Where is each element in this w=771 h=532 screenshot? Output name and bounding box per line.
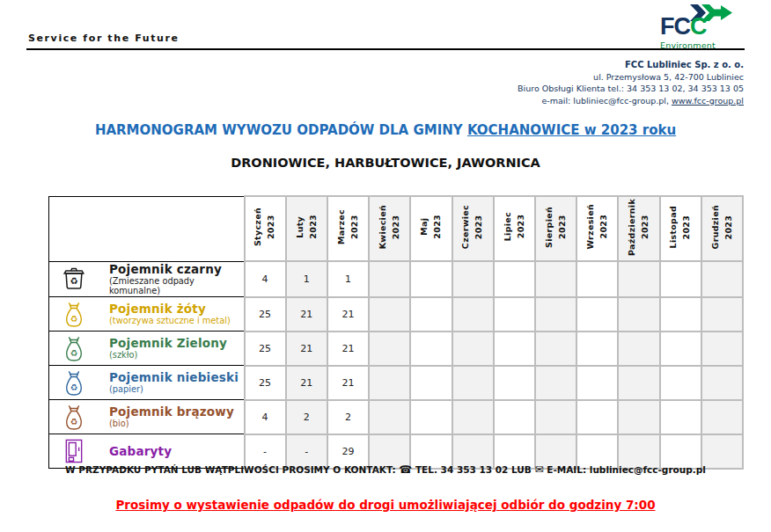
table-corner-cell xyxy=(49,196,245,261)
month-header-4: Maj2023 xyxy=(410,196,452,261)
cell-niebieski-0: 25 xyxy=(245,366,286,400)
month-label: Lipiec xyxy=(502,212,515,241)
row-desc: (bio) xyxy=(109,419,234,429)
row-desc: (tworzywa sztuczne i metal) xyxy=(109,316,231,326)
row-label-brazowy: ♻Pojemnik brązowy(bio) xyxy=(49,400,245,434)
cell-zielony-10 xyxy=(660,332,701,366)
cell-czarny-0: 4 xyxy=(245,261,286,297)
waste-bag-icon: ♻ xyxy=(56,301,92,328)
svg-text:♻: ♻ xyxy=(70,383,78,392)
cell-brazowy-7 xyxy=(535,400,576,434)
schedule-table-wrap: Styczeń2023Luty2023Marzec2023Kwiecień202… xyxy=(48,195,744,470)
row-name: Pojemnik Zielony xyxy=(109,336,227,350)
month-header-5: Czerwiec2023 xyxy=(452,196,494,261)
month-header-1: Luty2023 xyxy=(286,196,327,261)
cell-brazowy-6 xyxy=(494,400,535,434)
row-desc: (szkło) xyxy=(109,350,227,361)
month-label: Wrzesień xyxy=(584,204,598,250)
company-address: ul. Przemysłowa 5, 42-700 Lubliniec xyxy=(518,71,744,84)
cell-niebieski-3 xyxy=(369,366,410,400)
cell-zolty-11 xyxy=(701,297,743,332)
contact-phone: TEL. 34 353 13 02 LUB xyxy=(415,464,532,475)
cell-brazowy-0: 4 xyxy=(245,400,286,434)
cell-zolty-6 xyxy=(494,297,535,332)
month-label: Czerwiec xyxy=(459,205,473,249)
table-row-zolty: ♻Pojemnik żóty(tworzywa sztuczne i metal… xyxy=(49,297,744,332)
month-label: Kwiecień xyxy=(377,205,390,249)
row-label-zielony: ♻Pojemnik Zielony(szkło) xyxy=(49,332,245,366)
wardrobe-icon xyxy=(56,438,92,464)
company-phones: Biuro Obsługi Klienta tel.: 34 353 13 02… xyxy=(518,83,744,95)
contact-email: E-MAIL: lubliniec@fcc-group.pl xyxy=(547,464,706,475)
cell-brazowy-4 xyxy=(410,400,452,434)
svg-text:♻: ♻ xyxy=(70,275,77,286)
company-website-link[interactable]: www.fcc-group.pl xyxy=(672,96,744,106)
year-label: 2023 xyxy=(265,208,278,246)
cell-zolty-2: 21 xyxy=(327,297,369,332)
cell-czarny-11 xyxy=(701,261,743,297)
contact-line: W PRZYPADKU PYTAŃ LUB WĄTPLIWOŚCI PROSIM… xyxy=(0,463,771,476)
envelope-icon: ✉ xyxy=(535,463,544,476)
company-name: FCC Lubliniec Sp. z o. o. xyxy=(518,59,744,71)
cell-niebieski-7 xyxy=(535,366,576,400)
year-label: 2023 xyxy=(639,199,652,256)
cell-zielony-11 xyxy=(701,332,743,366)
cell-brazowy-2: 2 xyxy=(327,400,369,434)
year-label: 2023 xyxy=(390,205,403,249)
cell-brazowy-11 xyxy=(701,400,743,434)
cell-niebieski-5 xyxy=(452,366,494,400)
row-name: Pojemnik żóty xyxy=(109,302,231,316)
month-label: Marzec xyxy=(335,209,349,244)
row-name: Gabaryty xyxy=(109,444,172,458)
cell-zielony-4 xyxy=(410,332,452,366)
cell-brazowy-8 xyxy=(576,400,618,434)
cell-czarny-3 xyxy=(369,261,410,297)
cell-zolty-10 xyxy=(660,297,701,332)
cell-zolty-8 xyxy=(576,297,618,332)
page-title: HARMONOGRAM WYWOZU ODPADÓW DLA GMINY KOC… xyxy=(0,122,771,138)
cell-czarny-8 xyxy=(576,261,618,297)
row-label-zolty: ♻Pojemnik żóty(tworzywa sztuczne i metal… xyxy=(49,297,245,332)
cell-zielony-5 xyxy=(452,332,494,366)
cell-czarny-2: 1 xyxy=(327,261,369,297)
cell-zielony-2: 21 xyxy=(327,332,369,366)
phone-icon: ☎ xyxy=(399,463,412,476)
cell-zolty-7 xyxy=(535,297,576,332)
page-title-underlined: KOCHANOWICE w 2023 roku xyxy=(467,122,676,138)
month-header-10: Listopad2023 xyxy=(660,196,701,261)
schedule-body: ♻Pojemnik czarny(Zmieszane odpady komuna… xyxy=(49,261,744,469)
company-email-line: e-mail: lubliniec@fcc-group.pl, www.fcc-… xyxy=(518,95,744,107)
cell-zielony-0: 25 xyxy=(245,332,286,366)
logo-letter-green: C xyxy=(690,13,707,40)
svg-text:♻: ♻ xyxy=(70,314,78,324)
cell-zolty-9 xyxy=(618,297,659,332)
notice-text: Prosimy o wystawienie odpadów do drogi u… xyxy=(0,498,771,512)
month-label: Maj xyxy=(418,215,431,239)
logo-wordmark: FCC xyxy=(660,15,745,39)
month-header-8: Wrzesień2023 xyxy=(576,196,618,261)
cell-zolty-1: 21 xyxy=(286,297,327,332)
logo-environment-label: Environment xyxy=(660,40,745,50)
cell-niebieski-1: 21 xyxy=(286,366,327,400)
cell-niebieski-6 xyxy=(494,366,535,400)
row-desc: (Zmieszane odpady komunalne) xyxy=(109,276,244,297)
row-name: Pojemnik brązowy xyxy=(109,404,234,419)
trash-bin-icon: ♻ xyxy=(56,266,92,292)
month-header-7: Sierpień2023 xyxy=(535,196,576,261)
waste-bag-icon: ♻ xyxy=(56,404,92,431)
cell-niebieski-10 xyxy=(660,366,701,400)
year-label: 2023 xyxy=(473,205,486,249)
cell-zielony-7 xyxy=(535,332,576,366)
cell-zielony-1: 21 xyxy=(286,332,327,366)
cell-czarny-10 xyxy=(660,261,701,297)
table-row-niebieski: ♻Pojemnik niebieski(papier)252121 xyxy=(49,366,744,400)
year-label: 2023 xyxy=(431,215,444,239)
month-label: Listopad xyxy=(667,206,680,248)
cell-niebieski-11 xyxy=(701,366,743,400)
fcc-logo: FCC Environment xyxy=(660,4,745,50)
svg-text:♻: ♻ xyxy=(70,417,78,426)
year-label: 2023 xyxy=(514,212,527,241)
cell-zolty-3 xyxy=(369,297,410,332)
month-label: Sierpień xyxy=(543,207,556,248)
cell-czarny-1: 1 xyxy=(286,261,327,297)
